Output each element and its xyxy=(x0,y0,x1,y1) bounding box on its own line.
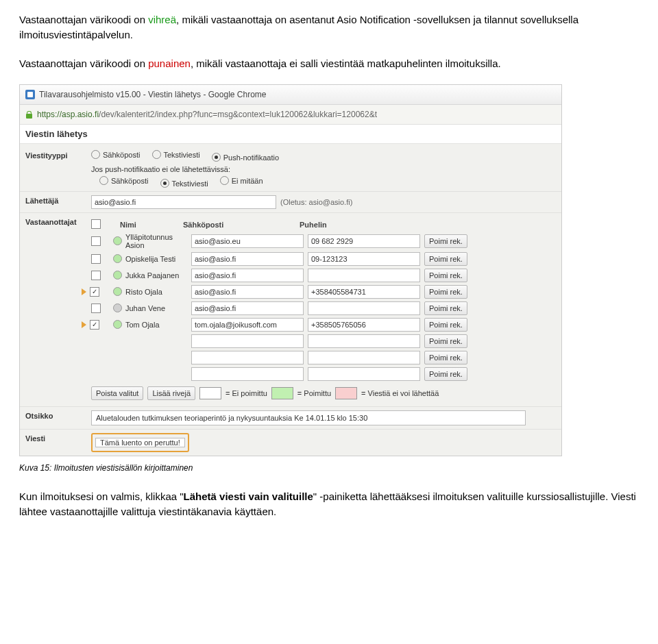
pick-record-button[interactable]: Poimi rek. xyxy=(424,269,467,282)
window-title: Tilavarausohjelmisto v15.00 - Viestin lä… xyxy=(39,90,267,99)
pick-record-button[interactable]: Poimi rek. xyxy=(424,252,467,266)
recipient-phone-input[interactable]: +358505765056 xyxy=(308,318,420,332)
recipient-name: Opiskelija Testi xyxy=(125,255,191,263)
window-titlebar: Tilavarausohjelmisto v15.00 - Viestin lä… xyxy=(20,85,561,105)
status-dot-icon xyxy=(113,287,122,296)
radio-fb-sms-label: Tekstiviesti xyxy=(172,179,208,188)
label-sender: Lähettäjä xyxy=(25,195,91,205)
status-dot-icon xyxy=(113,236,122,245)
pick-record-button[interactable]: Poimi rek. xyxy=(424,351,467,364)
p1-text-1: Vastaanottajan värikoodi on xyxy=(19,14,148,25)
status-dot-icon xyxy=(113,271,122,280)
row-message: Viesti Tämä luento on peruttu! xyxy=(20,430,561,456)
url-path: /dev/kalenterit2/index.php?func=msg&cont… xyxy=(99,110,377,119)
radio-sms[interactable]: Tekstiviesti xyxy=(152,150,200,159)
p1-green: vihreä xyxy=(148,14,176,25)
sender-input[interactable]: asio@asio.fi xyxy=(91,195,276,209)
recipient-email-input[interactable]: asio@asio.fi xyxy=(191,285,304,299)
recipient-phone-input[interactable]: 09-123123 xyxy=(308,252,420,266)
recipient-email-input[interactable] xyxy=(191,351,304,364)
recipients-toolbar: Poista valitut Lisää rivejä = Ei poimitt… xyxy=(91,382,556,403)
message-input[interactable]: Tämä luento on peruttu! xyxy=(95,438,185,447)
status-dot-icon xyxy=(113,254,122,263)
table-row: Poimi rek. xyxy=(91,333,556,349)
page-title: Viestin lähetys xyxy=(20,125,561,144)
recipient-phone-input[interactable] xyxy=(308,269,420,282)
subject-input[interactable]: Aluetalouden tutkimuksen teoriaperintö j… xyxy=(91,410,526,425)
label-message-type: Viestityyppi xyxy=(25,150,91,160)
legend-swatch-nosend xyxy=(335,387,357,399)
recipient-email-input[interactable]: asio@asio.fi xyxy=(191,269,304,282)
radio-fb-none[interactable]: Ei mitään xyxy=(220,176,263,185)
row-checkbox[interactable] xyxy=(91,304,101,313)
pick-record-button[interactable]: Poimi rek. xyxy=(424,301,467,315)
intro-para-2: Vastaanottajan värikoodi on punainen, mi… xyxy=(19,56,639,71)
checkbox-all[interactable] xyxy=(91,219,101,229)
radio-push[interactable]: Push-notifikaatio xyxy=(212,153,279,162)
legend-nosend: = Viestiä ei voi lähettää xyxy=(361,389,439,397)
p2-text-2: , mikäli vastaanottaja ei salli viestint… xyxy=(191,58,501,69)
row-checkbox[interactable] xyxy=(90,320,99,330)
recipient-phone-input[interactable]: +358405584731 xyxy=(308,285,420,299)
radio-push-label: Push-notifikaatio xyxy=(223,153,279,162)
outro-para: Kun ilmoituksesi on valmis, klikkaa "Läh… xyxy=(19,489,639,519)
recipient-phone-input[interactable] xyxy=(308,351,420,364)
recipient-phone-input[interactable] xyxy=(308,367,420,381)
row-checkbox[interactable] xyxy=(90,287,99,297)
table-row: Opiskelija Testiasio@asio.fi09-123123Poi… xyxy=(91,251,556,267)
recipients-header: Nimi Sähköposti Puhelin xyxy=(91,216,556,232)
recipient-name: Ylläpitotunnus Asion xyxy=(125,233,191,249)
recipient-phone-input[interactable] xyxy=(308,334,420,348)
pick-record-button[interactable]: Poimi rek. xyxy=(424,367,467,381)
figure-caption: Kuva 15: Ilmoitusten viestisisällön kirj… xyxy=(19,463,639,473)
row-checkbox[interactable] xyxy=(91,271,101,280)
recipient-email-input[interactable]: asio@asio.eu xyxy=(191,234,304,248)
pick-record-button[interactable]: Poimi rek. xyxy=(424,318,467,332)
p2-text-1: Vastaanottajan värikoodi on xyxy=(19,58,148,69)
radio-fb-email[interactable]: Sähköposti xyxy=(99,176,148,185)
col-phone: Puhelin xyxy=(300,221,416,229)
pick-record-button[interactable]: Poimi rek. xyxy=(424,285,467,299)
arrow-right-icon xyxy=(82,288,86,295)
pick-record-button[interactable]: Poimi rek. xyxy=(424,334,467,348)
add-rows-button[interactable]: Lisää rivejä xyxy=(147,386,195,400)
col-name: Nimi xyxy=(120,221,183,229)
radio-fb-email-label: Sähköposti xyxy=(111,177,148,185)
message-highlight: Tämä luento on peruttu! xyxy=(91,433,189,452)
table-row: Juhan Veneasio@asio.fiPoimi rek. xyxy=(91,300,556,317)
p3-bold: Lähetä viesti vain valituille xyxy=(184,491,313,502)
legend-swatch-unpicked xyxy=(199,387,221,399)
status-dot-icon xyxy=(113,304,122,312)
recipient-phone-input[interactable]: 09 682 2929 xyxy=(308,234,420,248)
legend-picked: = Poimittu xyxy=(297,389,331,397)
radio-fb-sms[interactable]: Tekstiviesti xyxy=(160,179,208,188)
legend-unpicked: = Ei poimittu xyxy=(226,389,267,397)
p3-text-1: Kun ilmoituksesi on valmis, klikkaa " xyxy=(19,491,184,502)
url-host: https://asp.asio.fi xyxy=(37,110,99,119)
recipient-name: Jukka Paajanen xyxy=(125,271,191,280)
recipient-email-input[interactable]: asio@asio.fi xyxy=(191,301,304,315)
row-checkbox[interactable] xyxy=(91,236,101,246)
recipient-name: Risto Ojala xyxy=(125,288,191,296)
recipient-email-input[interactable]: tom.ojala@joikusoft.com xyxy=(191,318,304,332)
recipient-phone-input[interactable] xyxy=(308,301,420,315)
sender-default: (Oletus: asio@asio.fi) xyxy=(280,198,352,206)
table-row: Poimi rek. xyxy=(91,349,556,366)
remove-selected-button[interactable]: Poista valitut xyxy=(91,386,143,400)
row-checkbox[interactable] xyxy=(91,254,101,264)
p2-red: punainen xyxy=(148,58,191,69)
recipient-email-input[interactable] xyxy=(191,367,304,381)
intro-para-1: Vastaanottajan värikoodi on vihreä, mikä… xyxy=(19,12,639,42)
legend-swatch-picked xyxy=(271,387,293,399)
label-message: Viesti xyxy=(25,433,91,443)
recipient-email-input[interactable] xyxy=(191,334,304,348)
recipient-email-input[interactable]: asio@asio.fi xyxy=(191,252,304,266)
fallback-note: Jos push-notifikaatio ei ole lähetettävi… xyxy=(91,165,556,173)
radio-email[interactable]: Sähköposti xyxy=(91,150,140,159)
row-sender: Lähettäjä asio@asio.fi (Oletus: asio@asi… xyxy=(20,192,561,213)
row-recipients: Vastaanottajat Nimi Sähköposti Puhelin Y… xyxy=(20,213,561,406)
label-recipients: Vastaanottajat xyxy=(25,216,91,226)
arrow-right-icon xyxy=(82,321,86,328)
table-row: Tom Ojalatom.ojala@joikusoft.com+3585057… xyxy=(91,317,556,333)
pick-record-button[interactable]: Poimi rek. xyxy=(424,234,467,248)
